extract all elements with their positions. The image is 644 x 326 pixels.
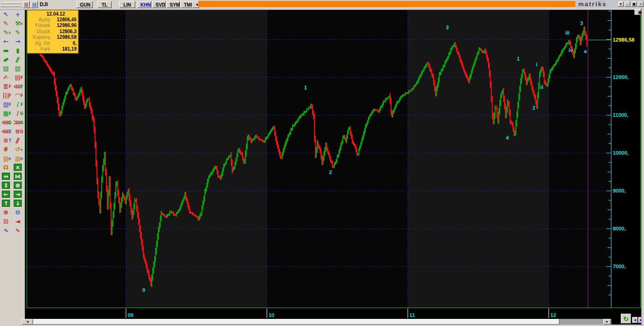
panel-box2-icon[interactable]: ▆≡ [12,154,24,163]
marker-icon[interactable]: ✎ [12,28,24,37]
grip-line [1,2,22,4]
gann-grid-icon[interactable]: ⋙G [12,118,24,127]
window-right-border [641,8,644,326]
chart-arrow-icon[interactable]: ▨ [31,1,38,8]
cycle-lines-icon[interactable]: ↺+ [12,145,24,154]
hatch-channel-up-icon[interactable]: ▧ [12,64,24,73]
axis-settings-icon[interactable]: ⊡ [0,217,12,226]
tooltip-rows: Açılış12806,45Yüksek12986,96Düşük12806,3… [28,17,77,52]
tool-grid: ↖+✎⚒×✎+✎←→▬▮▬∥▨▧✍▤F≣F⋘F|||F◠F▨F∕F▦F∕G⋘G⋙… [0,10,25,235]
fib-timezone-icon[interactable]: |||F [0,91,12,100]
toolbar-button-khn[interactable]: KHN [137,1,151,8]
alarm-bell-icon[interactable]: Ω [0,163,12,172]
toolbar-button-gun[interactable]: GUN [77,1,93,8]
tooltip-row: Açılış12806,45 [28,17,77,23]
child-window-restore-button[interactable]: ▣ [635,9,641,15]
prev-button[interactable]: ◄ [632,317,638,323]
scrollbar-left-arrow[interactable]: ◄ [22,319,33,325]
symbol-label: DJI [40,1,48,7]
tooltip-date: 12.04.12 [28,11,77,17]
tirone-levels-icon[interactable]: ≡T [0,136,12,145]
fib-grid-icon[interactable]: ▤F [12,73,24,82]
tools-hammer-icon[interactable]: ⚒× [12,19,24,28]
trend-marker-icon[interactable]: ✎+ [0,28,12,37]
minimize-button[interactable]: – [625,1,630,7]
crosshair-icon[interactable]: + [12,10,24,19]
price-chart-canvas[interactable] [0,0,644,326]
zoom-out-icon[interactable]: ⊖ [12,208,24,217]
compress-horizontal-icon[interactable]: ⋈ [14,173,22,180]
zigzag-red-icon[interactable]: ∿ [12,226,24,235]
compress-vertical-icon[interactable]: ⊗ [14,182,22,189]
nudge-left-icon[interactable]: ← [0,37,12,46]
tooltip-row: Düşük12806,3 [28,29,77,35]
pointer-arrow-icon[interactable]: ↖ [0,10,12,19]
annotation-pencil-icon[interactable]: ✍ [0,73,12,82]
chart-window-icon[interactable]: ▥ [23,1,30,8]
toolbar-grip[interactable] [1,1,22,7]
fib-expansion-icon[interactable]: ∕F [12,100,24,109]
tooltip-row: Ağ. Ort0, [28,41,77,46]
gann-fan-icon[interactable]: ⋘G [0,118,12,127]
drawing-tools-panel: ↖+✎⚒×✎+✎←→▬▮▬∥▨▧✍▤F≣F⋘F|||F◠F▨F∕F▦F∕G⋘G⋙… [0,9,25,326]
data-pointer-icon[interactable]: ◄ [12,217,24,226]
expand-horizontal-icon[interactable]: ↔ [2,173,10,180]
horizontal-scrollbar[interactable]: ◄ ► [22,319,611,325]
gann-box-icon[interactable]: ▦F [0,109,12,118]
ohlc-tooltip: 12.04.12 Açılış12806,45Yüksek12986,96Düş… [27,10,78,53]
refresh-button[interactable]: ↻ [621,314,631,324]
compress-all-icon[interactable]: × [14,164,22,171]
toolbar-button-lin[interactable]: LIN [119,1,135,8]
window-dropdown-button[interactable]: ▾ [618,1,624,7]
scroll-down-icon[interactable]: ↓ [14,200,22,207]
scrollbar-thumb[interactable] [33,319,559,325]
vertical-line-icon[interactable]: ▮ [12,46,24,55]
logo-accent-dots: ···· [598,0,604,3]
toolbar-button-sym[interactable]: SYM [166,1,180,8]
speed-lines-icon[interactable]: ⋘S [0,127,12,136]
expand-vertical-icon[interactable]: ↕ [2,182,10,189]
fib-arc-icon[interactable]: ◠F [12,91,24,100]
edit-pencil-icon[interactable]: ✎ [0,19,12,28]
fib-fan-icon[interactable]: ⋘F [12,82,24,91]
scroll-right-icon[interactable]: → [14,191,22,198]
grip-line [1,5,22,7]
nudge-right-icon[interactable]: → [12,37,24,46]
restore-button[interactable]: ▣ [631,1,637,7]
pitchfork-icon[interactable]: # [0,145,12,154]
gann-line-icon[interactable]: ∕G [12,109,24,118]
horizontal-line-icon[interactable]: ▬ [0,46,12,55]
window-top-border [0,0,644,1]
scrollbar-right-arrow[interactable]: ► [603,319,611,325]
trendline-icon[interactable]: ▬ [0,55,12,64]
close-button[interactable]: × [638,1,644,7]
zigzag-blue-icon[interactable]: ∿ [0,226,12,235]
toolbar-button-tl[interactable]: TL [97,1,112,8]
fib-channel-icon[interactable]: ▨F [0,100,12,109]
scroll-up-icon[interactable]: ↑ [2,200,10,207]
toolbar-button-svd[interactable]: SVD [152,1,165,8]
toolbar-button-tmp[interactable]: TMP [181,1,193,8]
quadrant-lines-icon[interactable]: ≡Q [12,127,24,136]
fib-retracement-icon[interactable]: ≣F [0,82,12,91]
panel-box-icon[interactable]: ▆≡ [0,154,12,163]
scroll-left-icon[interactable]: ← [2,191,10,198]
tooltip-row: Kapanış12986,58 [28,35,77,40]
tooltip-row: Fark181,19 [28,46,77,52]
parallel-channel-icon[interactable]: ∥ [12,55,24,64]
raff-regression-icon[interactable]: ∥ [12,136,24,145]
zoom-in-icon[interactable]: ⊕ [0,208,12,217]
hatch-channel-down-icon[interactable]: ▨ [0,64,12,73]
tooltip-row: Yüksek12986,96 [28,23,77,28]
title-bar-strip [198,1,575,7]
title-bar-right: matriks ···· ▾ – ▣ × [575,0,644,8]
